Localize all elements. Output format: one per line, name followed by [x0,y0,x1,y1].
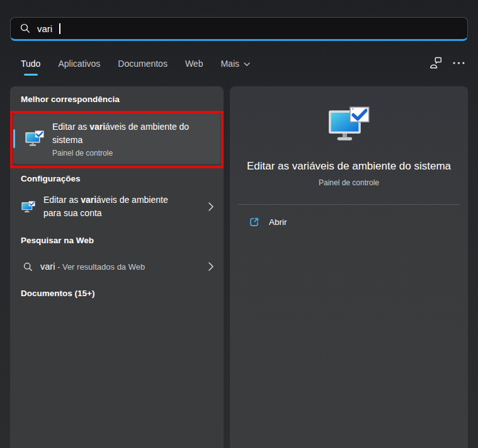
system-properties-icon-large [328,106,370,142]
result-title: Editar as variáveis de ambiente para sua… [43,193,181,221]
section-header-web: Pesquisar na Web [10,236,224,246]
tab-label: Aplicativos [58,58,100,70]
preview-panel: Editar as variáveis de ambiente do siste… [230,86,468,448]
tab-aplicativos[interactable]: Aplicativos [58,58,100,70]
title-match: vari [81,195,96,205]
settings-result[interactable]: Editar as variáveis de ambiente para sua… [10,190,224,223]
title-match: vari [89,122,105,132]
section-header-documents: Documentos (15+) [10,289,224,299]
selection-indicator [13,129,15,148]
title-prefix: Editar as [43,195,81,205]
preview-subtitle: Painel de controle [230,178,468,187]
section-header-best-match: Melhor correspondência [10,95,224,105]
tab-label: Documentos [118,58,168,70]
web-query-suffix: - Ver resultados da Web [55,262,145,272]
tab-mais[interactable]: Mais [220,58,250,70]
search-results-panel: Melhor correspondência Editar as variáve… [10,86,224,448]
tab-label: Web [185,58,203,70]
open-label: Abrir [269,217,287,227]
result-subtitle: Painel de controle [52,149,203,158]
open-external-icon [249,217,259,227]
search-bar[interactable]: vari [10,17,468,41]
more-options-icon[interactable] [453,62,465,64]
search-input-value[interactable]: vari [37,23,52,34]
tab-tudo[interactable]: Tudo [21,58,40,70]
search-icon [23,262,33,272]
section-header-settings: Configurações [10,174,224,184]
result-title: vari - Ver resultados da Web [40,261,145,272]
chevron-right-icon [208,202,213,211]
search-icon [20,23,30,33]
title-prefix: Editar as [52,122,89,132]
tab-web[interactable]: Web [185,58,203,70]
tab-label: Tudo [21,58,40,70]
text-cursor [59,23,60,34]
preview-title: Editar as variáveis de ambiente do siste… [230,159,468,173]
result-title: Editar as variáveis de ambiente do siste… [52,120,203,147]
divider [238,204,460,205]
chevron-down-icon [244,62,250,66]
person-chat-icon[interactable] [429,57,442,70]
chevron-right-icon [208,262,213,271]
web-search-result[interactable]: vari - Ver resultados da Web [10,255,224,279]
open-action[interactable]: Abrir [230,215,468,230]
web-query: vari [40,261,55,272]
result-text: Editar as variáveis de ambiente do siste… [52,120,203,158]
tab-label: Mais [220,58,239,70]
system-properties-icon [25,130,44,146]
header-icons [429,57,465,69]
search-filter-tabs: Tudo Aplicativos Documentos Web Mais [21,58,250,70]
system-properties-icon [21,201,35,213]
best-match-result[interactable]: Editar as variáveis de ambiente do siste… [13,113,220,164]
tab-documentos[interactable]: Documentos [118,58,168,70]
